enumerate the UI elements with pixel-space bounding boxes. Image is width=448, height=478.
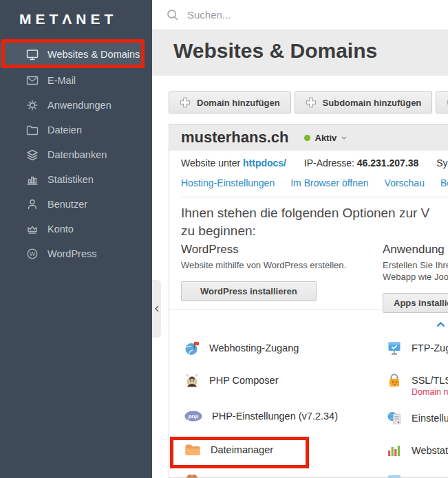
crown-icon: [26, 223, 39, 235]
install-apps-button[interactable]: Apps installie: [383, 293, 448, 313]
sidebar-item-email[interactable]: E-Mail: [0, 68, 152, 93]
sidebar-item-label: WordPress: [47, 248, 96, 259]
metanet-logo: METΛNET: [19, 11, 117, 28]
intro-line-1: Ihnen stehen die folgenden Optionen zur …: [181, 204, 448, 222]
sidebar-item-label: Datenbanken: [47, 149, 107, 160]
tool-label: Webstatis: [412, 445, 448, 456]
status-dot-icon: [304, 135, 310, 141]
tool-php-einstellungen[interactable]: php PHP-Einstellungen (v7.2.34): [184, 411, 338, 422]
sidebar-item-statistiken[interactable]: Statistiken: [0, 167, 152, 192]
tool-php-composer[interactable]: PHP Composer: [184, 373, 278, 388]
gear-icon: [26, 99, 39, 111]
tool-partial-row-right[interactable]: [387, 474, 402, 478]
svg-text:W: W: [30, 250, 35, 257]
domain-toolbar: Domain hinzufügen Subdomain hinzufügen D…: [169, 91, 448, 113]
intro-line-2: zu beginnen:: [181, 222, 448, 240]
tool-webhosting-zugang[interactable]: Webhosting-Zugang: [184, 340, 299, 356]
sidebar-item-label: Konto: [47, 224, 74, 235]
status-badge: Aktiv: [315, 133, 337, 143]
search-input[interactable]: [186, 8, 406, 21]
sidebar-collapse-handle[interactable]: [152, 280, 161, 338]
status-dropdown[interactable]: Aktiv: [304, 133, 348, 143]
domain-card: musterhans.ch Aktiv Website unter httpdo…: [169, 124, 448, 478]
wordpress-option: WordPress Website mithilfe von WordPress…: [181, 243, 377, 301]
tool-label: Einstellun: [412, 413, 448, 424]
desc-line-2: Webapp wie Joom: [383, 272, 448, 283]
preview-link[interactable]: Vorschau: [385, 177, 425, 188]
partial-blue-icon: [387, 474, 402, 478]
composer-icon: [184, 373, 200, 388]
ssl-lock-icon: [387, 373, 402, 388]
info-truncated: Syste: [436, 157, 448, 169]
ip-label: IP-Adresse:: [304, 157, 354, 169]
collapse-tools-button[interactable]: [436, 318, 445, 330]
divider: [181, 197, 448, 197]
tool-ssl-tls-zertifikate[interactable]: SSL/TLS-Z Domain nic: [387, 373, 448, 388]
sidebar-item-benutzer[interactable]: Benutzer: [0, 192, 152, 217]
sidebar-item-wordpress[interactable]: W WordPress: [0, 241, 152, 266]
info-prefix: Website unter: [181, 157, 240, 169]
sidebar-item-label: Benutzer: [47, 199, 87, 210]
domain-info-row: Website unter httpdocs/ IP-Adresse: 46.2…: [181, 157, 448, 169]
desc-line-1: Erstellen Sie Ihre: [383, 260, 448, 272]
tool-ftp-zugang[interactable]: FTP-Zuga: [387, 340, 448, 356]
sidebar-item-label: E-Mail: [47, 75, 76, 86]
sidebar: METΛNET Websites & Domains E-Mail Anwend…: [0, 0, 152, 478]
tool-partial-row-left[interactable]: [184, 474, 200, 478]
sidebar-item-label: Anwendungen: [47, 100, 111, 111]
search-icon: [167, 9, 179, 21]
page-header: Websites & Domains: [152, 30, 448, 76]
sidebar-item-label: Statistiken: [47, 174, 94, 185]
option-desc: Website mithilfe von WordPress erstellen…: [181, 260, 377, 272]
chevron-up-icon: [436, 322, 445, 327]
open-in-browser-link[interactable]: Im Browser öffnen: [290, 177, 368, 188]
page-title: Websites & Domains: [152, 30, 448, 63]
sidebar-item-websites-domains[interactable]: Websites & Domains: [0, 42, 141, 67]
application-option: Anwendung i Erstellen Sie Ihre Webapp wi…: [383, 243, 448, 313]
tool-dateimanager[interactable]: Dateimanager: [184, 443, 273, 457]
sidebar-item-datenbanken[interactable]: Datenbanken: [0, 142, 152, 167]
tool-warning-text: Domain nic: [412, 387, 448, 397]
orange-folder-icon: [184, 443, 201, 457]
sidebar-item-label: Dateien: [47, 124, 82, 135]
add-subdomain-button[interactable]: Subdomain hinzufügen: [295, 91, 433, 113]
php-badge-icon: php: [184, 411, 202, 422]
stats-bars-icon: [387, 443, 402, 458]
hosting-settings-link[interactable]: Hosting-Einstellungen: [181, 177, 275, 188]
ip-address: 46.231.207.38: [357, 157, 419, 169]
tools-section-divider: [169, 309, 448, 309]
option-desc: Erstellen Sie Ihre Webapp wie Joom: [383, 260, 448, 283]
tool-webstatistiken[interactable]: Webstatis: [387, 443, 448, 458]
tool-label: FTP-Zuga: [412, 343, 448, 354]
bar-chart-icon: [26, 173, 39, 186]
tool-label: Webhosting-Zugang: [209, 343, 299, 354]
sidebar-item-anwendungen[interactable]: Anwendungen: [0, 93, 152, 118]
tool-label: PHP Composer: [209, 375, 278, 386]
sidebar-item-konto[interactable]: Konto: [0, 217, 152, 241]
globe-flag-icon: [184, 340, 200, 356]
tool-einstellungen[interactable]: Einstellun: [387, 411, 448, 426]
topbar: [152, 0, 448, 30]
option-title: Anwendung i: [383, 243, 448, 257]
settings-doc-icon: [387, 411, 402, 426]
tool-label: Dateimanager: [211, 444, 273, 455]
description-link[interactable]: Be: [440, 177, 448, 188]
button-label: Apps installie: [394, 298, 448, 308]
layers-icon: [26, 149, 39, 161]
button-label: WordPress installieren: [200, 286, 297, 296]
install-wordpress-button[interactable]: WordPress installieren: [181, 281, 317, 301]
chevron-left-icon: [155, 305, 159, 312]
sidebar-item-dateien[interactable]: Dateien: [0, 118, 152, 142]
chevron-down-icon: [341, 136, 347, 140]
option-title: WordPress: [181, 243, 377, 257]
tool-label: SSL/TLS-Z: [412, 375, 448, 386]
tool-label: PHP-Einstellungen (v7.2.34): [212, 411, 338, 422]
svg-text:php: php: [188, 413, 199, 420]
monitor-icon: [26, 48, 39, 61]
domain-name: musterhans.ch: [181, 129, 289, 146]
domain-card-header: musterhans.ch Aktiv: [169, 124, 448, 151]
add-domain-alias-button[interactable]: Do: [436, 91, 448, 113]
add-domain-button[interactable]: Domain hinzufügen: [169, 91, 291, 113]
plus-icon: [180, 97, 191, 108]
docroot-link[interactable]: httpdocs/: [243, 157, 286, 169]
